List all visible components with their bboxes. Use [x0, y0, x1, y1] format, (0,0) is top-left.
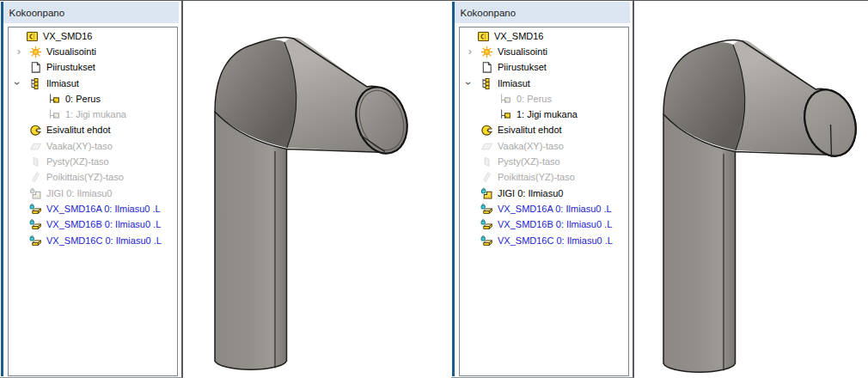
tree-item-poikittais-yz-taso[interactable]: Poikittais(YZ)-taso: [9, 170, 177, 186]
tree-item-visualisointi[interactable]: ›Visualisointi: [460, 44, 628, 59]
locked-part-icon: [29, 235, 42, 247]
sun-icon: [480, 46, 493, 58]
panel-header[interactable]: Kokoonpano: [3, 2, 179, 23]
tree-item-vx-smd16[interactable]: VX_SMD16: [460, 28, 628, 44]
tree-item-poikittais-yz-taso[interactable]: Poikittais(YZ)-taso: [460, 170, 628, 186]
tree-item-vaaka-xy-taso[interactable]: Vaaka(XY)-taso: [9, 138, 177, 154]
drawing-icon: [480, 61, 493, 74]
tree-item-label: JIGI 0: Ilmiasu0: [498, 188, 563, 198]
plane-yz-icon: [29, 171, 42, 184]
tree-item-label: Ilmiasut: [46, 78, 79, 88]
panel-title: Kokoonpano: [461, 8, 517, 18]
tree-item-label: JIGI 0: Ilmiasu0: [46, 188, 112, 198]
panel-accent-strip: [452, 2, 455, 376]
tree-item-label: Esivalitut ehdot: [498, 125, 562, 135]
configuration-icon: [48, 93, 61, 106]
tree-item-label: Pysty(XZ)-taso: [498, 156, 560, 167]
configuration-icon: [499, 108, 512, 121]
tree-item-label: Pysty(XZ)-taso: [46, 156, 109, 167]
tree-item-label: 1: Jigi mukana: [517, 109, 578, 119]
chevron-down-icon[interactable]: ›: [12, 79, 22, 88]
tree-item-label: Ilmiasut: [498, 78, 530, 88]
tree-item-esivalitut-ehdot[interactable]: Esivalitut ehdot: [460, 123, 628, 138]
tree-item-vx-smd16a-0-ilmiasu0-l[interactable]: VX_SMD16A 0: Ilmiasu0 .L: [9, 201, 177, 216]
tree-item-1-jigi-mukana[interactable]: 1: Jigi mukana: [9, 107, 177, 122]
tree-item-pysty-xz-taso[interactable]: Pysty(XZ)-taso: [9, 154, 177, 169]
tree-item-label: VX_SMD16C 0: Ilmiasu0 .L: [498, 235, 613, 246]
tree-item-label: VX_SMD16B 0: Ilmiasu0 .L: [46, 219, 161, 229]
tree-item-vx-smd16[interactable]: VX_SMD16: [9, 28, 177, 44]
tree-item-label: Vaaka(XY)-taso: [46, 141, 113, 151]
assembly-tree-panel: Kokoonpano VX_SMD16›VisualisointiPiirust…: [451, 1, 634, 378]
assembly-tree-panel: Kokoonpano VX_SMD16›VisualisointiPiirust…: [0, 1, 183, 378]
panel-title: Kokoonpano: [9, 8, 65, 18]
assembly-tree[interactable]: VX_SMD16›VisualisointiPiirustukset›Ilmia…: [8, 27, 178, 376]
tree-item-label: Piirustukset: [498, 62, 547, 72]
conditions-icon: [29, 124, 42, 137]
tree-item-label: VX_SMD16: [494, 31, 543, 41]
tree-item-0-perus[interactable]: 0: Perus: [460, 91, 628, 107]
plane-xy-icon: [480, 140, 493, 153]
assembly-icon: [26, 30, 39, 43]
chevron-down-icon[interactable]: ›: [463, 79, 474, 88]
locked-part-icon: [480, 203, 493, 216]
plane-xz-icon: [29, 155, 42, 168]
tree-item-vx-smd16c-0-ilmiasu0-l[interactable]: VX_SMD16C 0: Ilmiasu0 .L: [460, 233, 628, 248]
tree-item-label: Piirustukset: [46, 62, 95, 72]
locked-part-icon: [480, 218, 493, 231]
tree-item-label: VX_SMD16B 0: Ilmiasu0 .L: [498, 219, 612, 229]
plane-yz-icon: [480, 171, 493, 184]
tree-item-label: VX_SMD16: [43, 31, 92, 41]
tree-item-label: VX_SMD16A 0: Ilmiasu0 .L: [46, 204, 161, 214]
tree-item-label: Vaaka(XY)-taso: [498, 141, 564, 151]
tree-item-vx-smd16a-0-ilmiasu0-l[interactable]: VX_SMD16A 0: Ilmiasu0 .L: [460, 201, 628, 216]
document-window-left: Kokoonpano VX_SMD16›VisualisointiPiirust…: [0, 0, 451, 378]
plane-xz-icon: [480, 155, 493, 168]
jig-part-icon: [29, 187, 42, 200]
tree-item-label: VX_SMD16C 0: Ilmiasu0 .L: [46, 235, 162, 246]
tree-item-pysty-xz-taso[interactable]: Pysty(XZ)-taso: [460, 154, 628, 169]
tree-item-label: 0: Perus: [65, 94, 101, 104]
tree-item-piirustukset[interactable]: Piirustukset: [9, 60, 177, 76]
tree-item-label: VX_SMD16A 0: Ilmiasu0 .L: [498, 204, 612, 214]
document-window-right: Kokoonpano VX_SMD16›VisualisointiPiirust…: [451, 0, 868, 378]
assembly-icon: [477, 30, 490, 43]
tree-item-jigi-0-ilmiasu0[interactable]: JIGI 0: Ilmiasu0: [460, 186, 628, 201]
tree-item-jigi-0-ilmiasu0[interactable]: JIGI 0: Ilmiasu0: [9, 186, 177, 201]
tree-item-label: Visualisointi: [46, 46, 96, 57]
tree-item-label: Esivalitut ehdot: [46, 125, 111, 135]
locked-part-icon: [29, 203, 42, 216]
panel-accent-strip: [1, 2, 3, 376]
tree-item-0-perus[interactable]: 0: Perus: [9, 91, 177, 107]
panel-header[interactable]: Kokoonpano: [455, 2, 630, 23]
tree-item-label: Poikittais(YZ)-taso: [46, 172, 124, 182]
drawing-icon: [29, 61, 42, 74]
tree-item-label: Poikittais(YZ)-taso: [498, 172, 575, 182]
chevron-right-icon[interactable]: ›: [15, 46, 23, 57]
tree-item-vx-smd16b-0-ilmiasu0-l[interactable]: VX_SMD16B 0: Ilmiasu0 .L: [460, 217, 628, 233]
tree-item-ilmiasut[interactable]: ›Ilmiasut: [9, 76, 177, 91]
tree-item-vaaka-xy-taso[interactable]: Vaaka(XY)-taso: [460, 138, 628, 154]
chevron-right-icon[interactable]: ›: [466, 46, 474, 57]
configuration-icon: [499, 93, 512, 106]
tree-item-label: 1: Jigi mukana: [65, 109, 126, 119]
plane-xy-icon: [29, 140, 42, 153]
tree-item-vx-smd16c-0-ilmiasu0-l[interactable]: VX_SMD16C 0: Ilmiasu0 .L: [9, 233, 177, 248]
assembly-tree[interactable]: VX_SMD16›VisualisointiPiirustukset›Ilmia…: [459, 27, 629, 376]
tree-item-vx-smd16b-0-ilmiasu0-l[interactable]: VX_SMD16B 0: Ilmiasu0 .L: [9, 217, 177, 233]
conditions-icon: [480, 124, 493, 137]
configurations-icon: [480, 77, 493, 90]
tree-item-label: 0: Perus: [517, 94, 552, 104]
configuration-icon: [48, 108, 61, 121]
tree-item-ilmiasut[interactable]: ›Ilmiasut: [460, 76, 628, 91]
app-workspace: Kokoonpano VX_SMD16›VisualisointiPiirust…: [0, 0, 868, 378]
tree-item-1-jigi-mukana[interactable]: 1: Jigi mukana: [460, 107, 628, 122]
tree-item-piirustukset[interactable]: Piirustukset: [460, 60, 628, 76]
sun-icon: [29, 46, 42, 58]
tree-item-visualisointi[interactable]: ›Visualisointi: [9, 44, 177, 59]
configurations-icon: [29, 77, 42, 90]
jig-part-icon: [480, 187, 493, 200]
locked-part-icon: [480, 235, 493, 247]
tree-item-esivalitut-ehdot[interactable]: Esivalitut ehdot: [9, 123, 177, 138]
locked-part-icon: [29, 218, 42, 231]
